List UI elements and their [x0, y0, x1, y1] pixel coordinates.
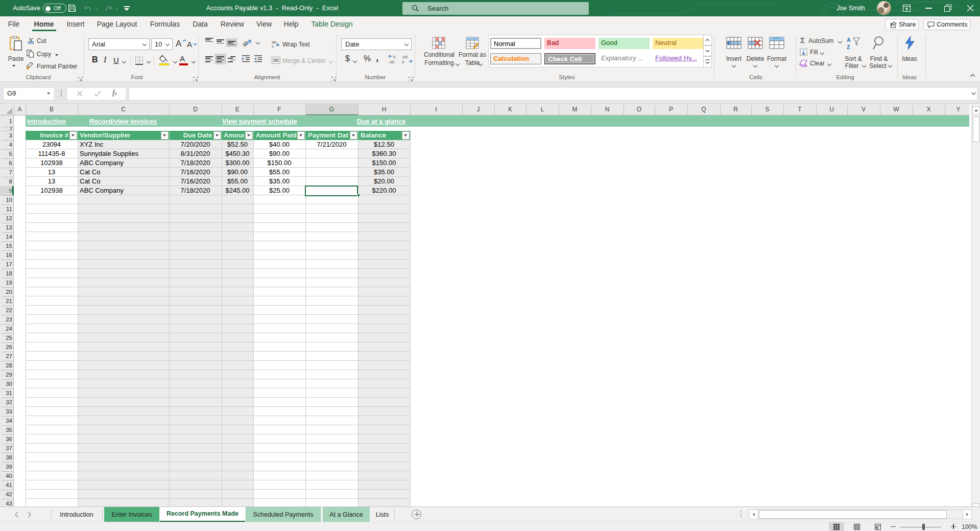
- svg-text:c: c: [272, 44, 274, 48]
- svg-text:.00: .00: [389, 60, 395, 64]
- svg-text:0: 0: [402, 60, 404, 64]
- svg-text:A: A: [847, 37, 851, 43]
- svg-text:Z: Z: [847, 44, 850, 50]
- svg-text:.00: .00: [402, 55, 408, 59]
- svg-text:0: 0: [393, 55, 396, 59]
